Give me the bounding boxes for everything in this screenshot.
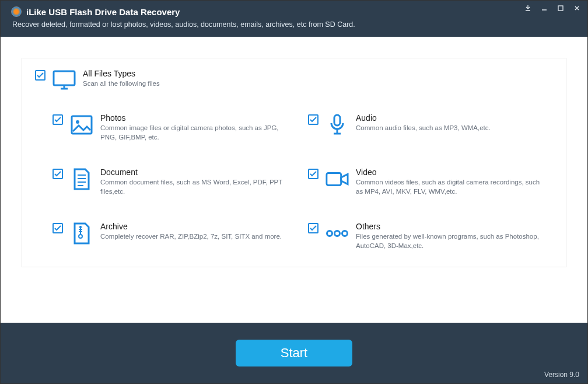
type-desc-archive: Completely recover RAR, ZIP,BZip2, 7z, S… [100,232,282,242]
type-desc-others: Files generated by well-known programs, … [356,232,542,250]
type-others: Others Files generated by well-known pro… [308,222,553,250]
type-desc-audio: Common audio files, such as MP3, WMA,etc… [356,124,491,133]
maximize-button[interactable] [554,3,568,13]
svg-point-3 [76,120,79,124]
document-icon [70,167,93,191]
all-files-title: All Files Types [83,69,160,78]
close-button[interactable] [570,3,584,13]
app-title: iLike USB Flash Drive Data Recovery [26,7,180,17]
others-icon [326,222,349,245]
monitor-icon [52,69,76,92]
app-logo-icon [11,6,22,17]
type-title-photos: Photos [100,113,287,123]
type-title-video: Video [356,167,542,177]
type-document: Document Common document files, such as … [52,167,298,196]
minimize-button[interactable] [537,3,551,13]
main-content: All Files Types Scan all the following f… [1,37,587,312]
type-desc-photos: Common image files or digital camera pho… [100,124,287,142]
checkbox-document[interactable] [52,169,63,179]
app-subtitle: Recover deleted, formatted or lost photo… [12,20,577,29]
checkbox-video[interactable] [308,169,318,179]
version-label: Version 9.0 [544,371,579,379]
type-desc-video: Common videos files, such as digital cam… [356,178,542,196]
type-archive: Archive Completely recover RAR, ZIP,BZip… [52,222,298,250]
download-button[interactable] [521,3,535,13]
type-title-audio: Audio [356,113,491,123]
svg-rect-0 [558,6,563,11]
type-photos: Photos Common image files or digital cam… [52,113,298,142]
all-files-row: All Files Types Scan all the following f… [35,69,553,92]
checkbox-photos[interactable] [52,114,63,125]
photo-icon [70,113,93,137]
checkbox-audio[interactable] [308,114,318,125]
archive-icon [70,222,93,245]
microphone-icon [326,113,349,137]
window-controls [521,3,584,13]
type-desc-document: Common document files, such as MS Word, … [100,178,287,196]
svg-point-6 [79,235,82,238]
type-video: Video Common videos files, such as digit… [308,167,553,196]
svg-rect-1 [54,71,75,85]
all-files-desc: Scan all the following files [83,79,160,89]
checkbox-others[interactable] [308,223,318,233]
type-audio: Audio Common audio files, such as MP3, W… [308,113,553,142]
svg-rect-4 [334,115,340,125]
footer: Start Version 9.0 [1,323,587,383]
type-title-others: Others [356,222,542,231]
type-title-archive: Archive [100,222,282,231]
svg-rect-5 [327,173,341,186]
svg-rect-2 [72,116,92,134]
video-icon [326,167,349,191]
svg-point-8 [335,231,340,236]
checkbox-all-files[interactable] [35,70,46,81]
svg-point-7 [327,231,332,236]
app-window: iLike USB Flash Drive Data Recovery Reco… [0,0,588,384]
titlebar: iLike USB Flash Drive Data Recovery Reco… [1,1,587,37]
svg-point-9 [342,231,348,236]
type-title-document: Document [100,167,287,177]
checkbox-archive[interactable] [52,223,63,233]
file-types-panel: All Files Types Scan all the following f… [22,58,566,267]
start-button[interactable]: Start [236,340,352,366]
